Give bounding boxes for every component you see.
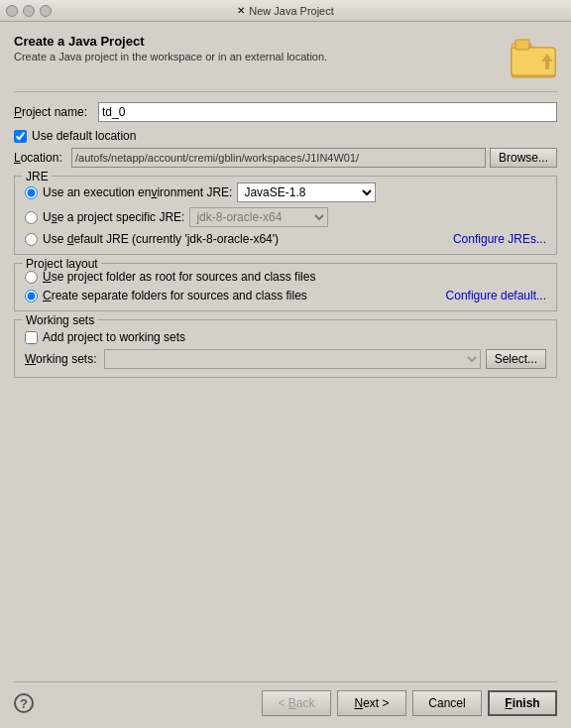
jre-execution-env-row: Use an execution environment JRE: JavaSE… (25, 182, 546, 202)
title-bar: ✕ New Java Project (0, 0, 571, 22)
jre-project-specific-row: Use a project specific JRE: jdk-8-oracle… (25, 207, 546, 227)
jre-execution-env-radio[interactable] (25, 186, 38, 199)
use-default-location-checkbox[interactable] (14, 130, 27, 143)
working-sets-field-row: Working sets: Select... (25, 349, 546, 369)
jre-execution-env-label: Use an execution environment JRE: (43, 185, 232, 199)
working-sets-group: Working sets Add project to working sets… (14, 319, 557, 378)
footer: ? < Back Next > Cancel Finish (14, 690, 557, 720)
configure-default-link[interactable]: Configure default... (446, 289, 546, 303)
minimize-button[interactable] (23, 5, 35, 17)
location-row: Location: /autofs/netapp/account/cremi/g… (14, 148, 557, 168)
header-section: Create a Java Project Create a Java proj… (14, 34, 557, 81)
project-layout-label: Project layout (23, 257, 101, 271)
project-name-input[interactable]: td_0 (98, 102, 557, 122)
jre-default-label: Use default JRE (currently 'jdk-8-oracle… (43, 232, 448, 246)
footer-buttons: < Back Next > Cancel Finish (262, 690, 557, 716)
project-name-row: Project name: td_0 (14, 102, 557, 122)
title-icon: ✕ (237, 5, 245, 16)
back-button[interactable]: < Back (262, 690, 331, 716)
project-name-label: Project name: (14, 105, 98, 119)
next-button[interactable]: Next > (337, 690, 406, 716)
jre-execution-env-select[interactable]: JavaSE-1.8 JavaSE-11 JavaSE-17 (237, 182, 376, 202)
jre-project-specific-radio[interactable] (25, 211, 38, 224)
jre-group-label: JRE (23, 170, 52, 183)
maximize-button[interactable] (40, 5, 52, 17)
working-sets-field-label: Working sets: (25, 352, 99, 366)
layout-separate-folders-row: Create separate folders for sources and … (25, 289, 546, 303)
use-default-location-label: Use default location (32, 129, 136, 143)
close-button[interactable] (6, 5, 18, 17)
working-sets-select[interactable] (104, 349, 481, 369)
jre-project-specific-select[interactable]: jdk-8-oracle-x64 (189, 207, 328, 227)
layout-separate-folders-label: Create separate folders for sources and … (43, 289, 441, 303)
footer-separator (14, 681, 557, 682)
add-to-working-sets-label: Add project to working sets (43, 330, 185, 344)
finish-button[interactable]: Finish (488, 690, 557, 716)
svg-rect-3 (515, 40, 529, 50)
window-title: New Java Project (249, 5, 334, 17)
dialog-title: Create a Java Project (14, 34, 327, 49)
project-layout-group: Project layout Use project folder as roo… (14, 263, 557, 311)
configure-jres-link[interactable]: Configure JREs... (453, 232, 546, 246)
jre-group: JRE Use an execution environment JRE: Ja… (14, 176, 557, 255)
cancel-button[interactable]: Cancel (412, 690, 482, 716)
use-default-location-row: Use default location (14, 129, 557, 143)
add-to-working-sets-checkbox[interactable] (25, 331, 38, 344)
layout-project-root-row: Use project folder as root for sources a… (25, 270, 546, 284)
jre-default-radio[interactable] (25, 233, 38, 246)
folder-icon (510, 34, 557, 81)
help-button[interactable]: ? (14, 693, 34, 713)
select-working-sets-button[interactable]: Select... (486, 349, 546, 369)
svg-rect-5 (545, 61, 549, 69)
jre-project-specific-label: Use a project specific JRE: (43, 210, 184, 224)
header-separator (14, 91, 557, 92)
layout-separate-folders-radio[interactable] (25, 290, 38, 303)
browse-button[interactable]: Browse... (490, 148, 557, 168)
jre-default-row: Use default JRE (currently 'jdk-8-oracle… (25, 232, 546, 246)
working-sets-group-label: Working sets (23, 313, 97, 327)
dialog-subtitle: Create a Java project in the workspace o… (14, 51, 327, 62)
location-input[interactable]: /autofs/netapp/account/cremi/gblin/works… (71, 148, 486, 168)
location-label: Location: (14, 151, 71, 165)
add-to-working-sets-row: Add project to working sets (25, 330, 546, 344)
layout-project-root-label: Use project folder as root for sources a… (43, 270, 546, 284)
layout-project-root-radio[interactable] (25, 271, 38, 284)
